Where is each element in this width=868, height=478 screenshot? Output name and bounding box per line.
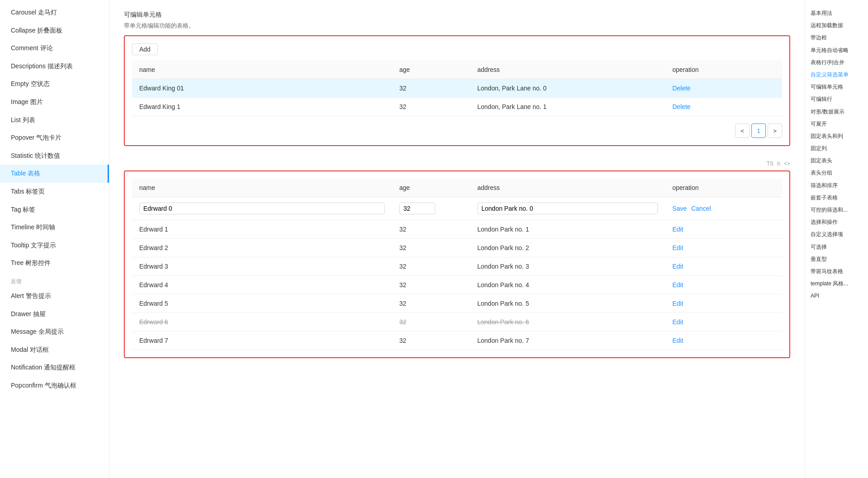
- col-header-address: address: [470, 61, 665, 79]
- sidebar-item-comment[interactable]: Comment 评论: [0, 39, 109, 57]
- table-row: Edward King 1 32 London, Park Lane no. 1…: [132, 98, 782, 116]
- right-nav-item-expandable[interactable]: 可展开: [811, 118, 863, 130]
- pagination: < 1 >: [132, 123, 782, 138]
- sidebar-item-tabs[interactable]: Tabs 标签页: [0, 183, 109, 201]
- cancel-button-0[interactable]: Cancel: [691, 205, 711, 212]
- right-nav-item-custom-filter[interactable]: 自定义筛选菜单: [811, 69, 863, 81]
- right-nav-item-striped[interactable]: 带斑马纹表格: [811, 265, 863, 278]
- right-nav-item-fixed-header[interactable]: 固定表头: [811, 155, 863, 167]
- table-row: Edward King 01 32 London, Park Lane no. …: [132, 79, 782, 98]
- right-nav-item-template[interactable]: template 风格...: [811, 278, 863, 290]
- table-row: Edrward 3 32 London Park no. 3 Edit: [132, 257, 782, 276]
- edit-button-3[interactable]: Edit: [672, 263, 683, 270]
- right-nav-item-remote[interactable]: 远程加载数据: [811, 19, 863, 32]
- cell-name: Edrward 3: [132, 257, 392, 276]
- sidebar-item-modal[interactable]: Modal 对话框: [0, 341, 109, 359]
- right-nav-item-fixed-header-col[interactable]: 固定表头和列: [811, 130, 863, 142]
- table-row: Edrward 2 32 London Park no. 2 Edit: [132, 239, 782, 257]
- cell-operation: Delete: [665, 98, 782, 116]
- sidebar: Carousel 走马灯 Collapse 折叠面板 Comment 评论 De…: [0, 0, 109, 478]
- sidebar-item-collapse[interactable]: Collapse 折叠面板: [0, 22, 109, 40]
- edit-button-5[interactable]: Edit: [672, 300, 683, 307]
- col-header-age: age: [392, 61, 470, 79]
- cell-address: London Park no. 2: [470, 239, 665, 257]
- cell-name: Edrward 6: [132, 313, 392, 331]
- expand-icon[interactable]: <>: [784, 161, 790, 167]
- cell-operation: Edit: [665, 276, 782, 294]
- right-nav-item-custom-select[interactable]: 自定义选择项: [811, 228, 863, 241]
- right-nav-item-vertical[interactable]: 垂直型: [811, 253, 863, 265]
- save-button-0[interactable]: Save: [672, 205, 687, 212]
- right-nav-item-controlled-filter[interactable]: 可控的筛选和...: [811, 204, 863, 216]
- cell-operation-editing: Save Cancel: [665, 197, 782, 220]
- sidebar-item-statistic[interactable]: Statistic 统计数值: [0, 147, 109, 165]
- sidebar-item-drawer[interactable]: Drawer 抽屉: [0, 305, 109, 323]
- right-nav-item-nested[interactable]: 嵌套子表格: [811, 192, 863, 204]
- right-nav-item-header-group[interactable]: 表头分组: [811, 167, 863, 179]
- cell-operation: Edit: [665, 331, 782, 350]
- right-nav-item-editable-cell[interactable]: 可编辑单元格: [811, 81, 863, 93]
- sidebar-item-table[interactable]: Table 表格: [0, 165, 109, 183]
- delete-button-1[interactable]: Delete: [672, 103, 690, 110]
- right-nav-item-filter-sort[interactable]: 筛选和排序: [811, 180, 863, 192]
- right-nav-item-select-op[interactable]: 选择和操作: [811, 216, 863, 228]
- sidebar-item-empty[interactable]: Empty 空状态: [0, 75, 109, 93]
- cell-age-input[interactable]: [392, 197, 470, 220]
- sidebar-item-list[interactable]: List 列表: [0, 111, 109, 129]
- right-nav-item-editable-row[interactable]: 可编辑行: [811, 93, 863, 105]
- edit-button-6[interactable]: Edit: [672, 318, 683, 326]
- address-input-0[interactable]: [477, 203, 658, 214]
- table-row-editing: Save Cancel: [132, 197, 782, 220]
- current-page-button[interactable]: 1: [751, 123, 766, 138]
- right-nav: 基本用法 远程加载数据 带边框 单元格自动省略 表格行/列合并 自定义筛选菜单 …: [805, 0, 868, 478]
- next-page-button[interactable]: >: [768, 123, 782, 138]
- cell-age: 32: [392, 98, 470, 116]
- ts-toggle[interactable]: TS: [767, 161, 774, 167]
- sidebar-item-tooltip[interactable]: Tooltip 文字提示: [0, 237, 109, 255]
- cell-address-input[interactable]: [470, 197, 665, 220]
- cell-name: Edrward 5: [132, 294, 392, 313]
- sidebar-item-carousel[interactable]: Carousel 走马灯: [0, 4, 109, 22]
- edit-button-4[interactable]: Edit: [672, 281, 683, 289]
- cell-age: 32: [392, 79, 470, 98]
- sidebar-item-image[interactable]: Image 图片: [0, 93, 109, 111]
- add-button[interactable]: Add: [132, 43, 158, 55]
- edit-button-7[interactable]: Edit: [672, 337, 683, 344]
- right-nav-item-ellipsis[interactable]: 单元格自动省略: [811, 44, 863, 57]
- delete-button-0[interactable]: Delete: [672, 85, 690, 92]
- section2-table: name age address operation: [132, 179, 782, 350]
- sidebar-section-feedback: 反馈: [0, 272, 109, 287]
- cell-name: Edward King 01: [132, 79, 392, 98]
- cell-name-input[interactable]: [132, 197, 392, 220]
- edit-button-1[interactable]: Edit: [672, 226, 683, 233]
- sidebar-item-tag[interactable]: Tag 标签: [0, 201, 109, 219]
- col-header-name: name: [132, 179, 392, 197]
- cell-name: Edrward 1: [132, 220, 392, 239]
- age-input-0[interactable]: [399, 203, 435, 214]
- right-nav-item-fixed-col[interactable]: 固定列: [811, 142, 863, 155]
- prev-page-button[interactable]: <: [735, 123, 750, 138]
- col-header-age: age: [392, 179, 470, 197]
- right-nav-item-data-display[interactable]: 对形/数据展示: [811, 106, 863, 118]
- right-nav-item-border[interactable]: 带边框: [811, 32, 863, 44]
- edit-button-2[interactable]: Edit: [672, 244, 683, 251]
- copy-icon[interactable]: ⎘: [777, 161, 780, 167]
- cell-name: Edrward 4: [132, 276, 392, 294]
- sidebar-item-timeline[interactable]: Timeline 时间轴: [0, 218, 109, 237]
- sidebar-item-alert[interactable]: Alert 警告提示: [0, 287, 109, 305]
- sidebar-item-descriptions[interactable]: Descriptions 描述列表: [0, 57, 109, 76]
- table-row: Edrward 4 32 London Park no. 4 Edit: [132, 276, 782, 294]
- right-nav-item-selectable[interactable]: 可选择: [811, 241, 863, 253]
- sidebar-item-popconfirm[interactable]: Popconfirm 气泡确认框: [0, 377, 109, 395]
- sidebar-item-message[interactable]: Message 全局提示: [0, 323, 109, 341]
- sidebar-item-tree[interactable]: Tree 树形控件: [0, 254, 109, 272]
- sidebar-item-popover[interactable]: Popover 气泡卡片: [0, 129, 109, 147]
- sidebar-item-notification[interactable]: Notification 通知提醒框: [0, 359, 109, 377]
- right-nav-item-merge[interactable]: 表格行/列合并: [811, 57, 863, 69]
- cell-address: London Park no. 4: [470, 276, 665, 294]
- right-nav-item-api[interactable]: API: [811, 290, 863, 302]
- code-toolbar: TS ⎘ <>: [124, 157, 790, 170]
- name-input-0[interactable]: [139, 203, 385, 214]
- right-nav-item-basic[interactable]: 基本用法: [811, 7, 863, 19]
- cell-operation: Delete: [665, 79, 782, 98]
